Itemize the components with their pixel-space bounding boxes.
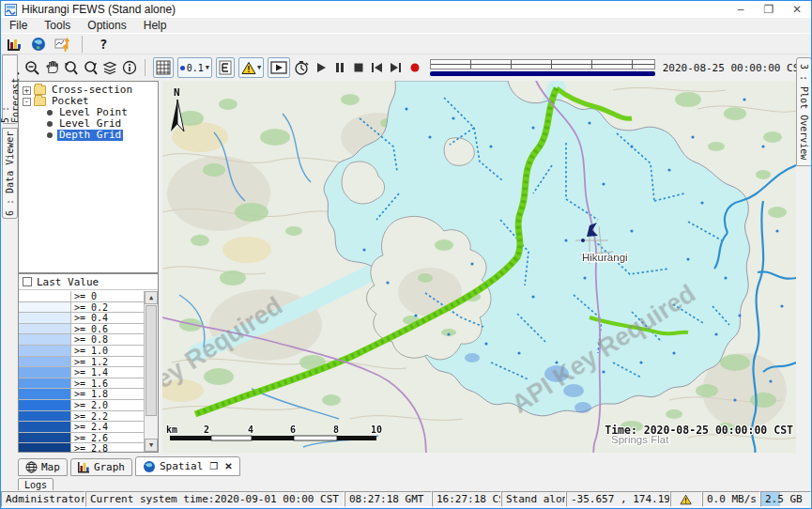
legend-row: >= 2.4: [19, 422, 144, 433]
svg-text:8: 8: [333, 424, 339, 435]
close-button[interactable]: ✕: [783, 1, 811, 18]
legend-swatch: [19, 411, 71, 422]
legend-scrollbar[interactable]: ▲ ▼: [144, 291, 158, 452]
tab-close-icon[interactable]: ✕: [224, 461, 232, 471]
svg-text:km: km: [166, 424, 177, 435]
animation-button[interactable]: [268, 57, 290, 78]
logs-button-label: Logs: [24, 480, 47, 490]
time-slider-range: [430, 71, 655, 76]
expander-icon[interactable]: +: [23, 86, 31, 95]
minimize-button[interactable]: –: [727, 1, 755, 18]
panel-tab-plot-overview[interactable]: 3 : Plot Overview: [796, 57, 812, 166]
bullet-icon: [47, 110, 53, 116]
tab-spatial[interactable]: Spatial ❐ ✕: [135, 456, 240, 476]
legend-row: >= 1.0: [19, 346, 144, 357]
status-gmt-time: 08:27:18 GMT: [345, 491, 432, 507]
legend-swatch: [19, 357, 71, 367]
layers-icon[interactable]: [102, 58, 118, 77]
classbreak-interval-dropdown[interactable]: 0.1 ▼: [177, 57, 212, 78]
toolbar-separator: [82, 36, 83, 53]
record-icon[interactable]: [407, 58, 422, 77]
scroll-up-icon[interactable]: ▲: [145, 291, 158, 304]
legend-swatch: [19, 378, 71, 389]
timeseries-chart-icon[interactable]: [5, 35, 23, 54]
tree-item-depth-grid[interactable]: Depth Grid: [19, 130, 158, 141]
main-toolbar: ?: [1, 33, 811, 54]
title-bar: Hikurangi FEWS (Stand alone) – ❐ ✕: [1, 1, 811, 18]
legend-swatch: [19, 302, 71, 313]
map-globe-icon[interactable]: [29, 35, 48, 54]
menu-file[interactable]: File: [1, 19, 36, 32]
time-slider-track[interactable]: [430, 59, 655, 69]
spatial-display-icon[interactable]: [54, 35, 72, 54]
status-mode: Stand alone: [501, 491, 566, 507]
legend-row: >= 0.2: [19, 302, 144, 314]
plot-overview-tab-label: 3 : Plot Overview: [799, 64, 809, 160]
pause-icon[interactable]: [332, 58, 347, 77]
legend-swatch: [19, 367, 71, 378]
folder-icon: [34, 97, 46, 106]
legend-swatch: [19, 334, 71, 345]
skip-to-start-icon[interactable]: [370, 58, 385, 77]
info-icon[interactable]: [122, 58, 137, 77]
grid-display-button[interactable]: [153, 57, 174, 78]
menu-tools[interactable]: Tools: [36, 19, 79, 32]
time-slider[interactable]: [430, 59, 655, 76]
display-tabs: Map Graph Spatial ❐ ✕: [18, 456, 240, 476]
panel-tab-data-viewer[interactable]: 6 : Data Viewer: [2, 128, 18, 219]
stop-icon[interactable]: [351, 58, 366, 77]
maximize-button[interactable]: ❐: [755, 1, 783, 18]
bar-chart-icon: [78, 461, 90, 473]
tab-graph[interactable]: Graph: [70, 458, 132, 476]
spatial-map[interactable]: API Key Required API Key Required Hikura…: [162, 81, 796, 453]
status-cst-time: 16:27:18 CST: [432, 491, 501, 507]
tree-item-label-selected[interactable]: Depth Grid: [57, 130, 123, 141]
warnings-dropdown[interactable]: ▼: [238, 57, 264, 78]
menu-options[interactable]: Options: [79, 19, 134, 32]
legend-table: >= 0 >= 0.2 >= 0.4 >= 0.6 >= 0.8 >= 1.0 …: [19, 291, 144, 452]
help-button[interactable]: ?: [92, 37, 115, 52]
status-coordinates: -35.657 , 174.199: [566, 491, 670, 507]
globe-icon: [143, 460, 156, 473]
scroll-down-icon[interactable]: ▼: [145, 439, 158, 452]
menu-bar: File Tools Options Help: [1, 18, 811, 33]
memory-label: 2.5 GB: [765, 493, 803, 505]
timer-icon[interactable]: [294, 58, 310, 77]
map-canvas[interactable]: API Key Required API Key Required Hikura…: [162, 81, 796, 453]
expander-icon[interactable]: -: [23, 98, 31, 106]
legend-swatch: [19, 324, 71, 334]
scrollbar-thumb[interactable]: [146, 305, 157, 416]
legend-row: >= 2.2: [19, 411, 144, 423]
last-value-checkbox[interactable]: [23, 277, 32, 286]
play-icon[interactable]: [314, 58, 329, 77]
legend-row: >= 2.8: [19, 443, 144, 453]
legend-swatch: [19, 291, 71, 301]
tab-map[interactable]: Map: [18, 458, 68, 476]
legend-swatch: [19, 422, 71, 432]
svg-text:2: 2: [204, 424, 209, 435]
status-warning[interactable]: [670, 491, 702, 507]
legend-swatch: [19, 433, 71, 443]
data-viewer-tab-label: 6 : Data Viewer: [5, 131, 15, 215]
skip-to-end-icon[interactable]: [389, 58, 404, 77]
toolbar-separator: [145, 59, 146, 76]
tab-restore-icon[interactable]: ❐: [209, 461, 218, 471]
legend-row: >= 1.2: [19, 357, 144, 368]
interval-dot-icon: [180, 66, 185, 70]
pan-hand-icon[interactable]: [44, 58, 59, 77]
zoom-next-icon[interactable]: [83, 58, 99, 77]
map-toolbar: 0.1 ▼ ▼: [1, 54, 811, 81]
legend-row: >= 2.6: [19, 433, 144, 444]
svg-text:4: 4: [248, 424, 253, 435]
zoom-previous-icon[interactable]: [63, 58, 79, 77]
last-value-label: Last Value: [37, 276, 99, 288]
legend-swatch: [19, 443, 71, 453]
legend-button[interactable]: [216, 57, 235, 78]
status-system-time: Current system time:2020-09-01 00:00 CST: [85, 491, 345, 507]
legend-swatch: [19, 346, 71, 356]
zoom-out-icon[interactable]: [24, 58, 40, 77]
current-map-datetime: 2020-08-25 00:00:00 CST: [663, 62, 807, 74]
app-logo-icon: [5, 4, 17, 16]
menu-help[interactable]: Help: [135, 19, 176, 32]
panel-tab-forecast[interactable]: 5 : Forecast: [2, 54, 18, 124]
